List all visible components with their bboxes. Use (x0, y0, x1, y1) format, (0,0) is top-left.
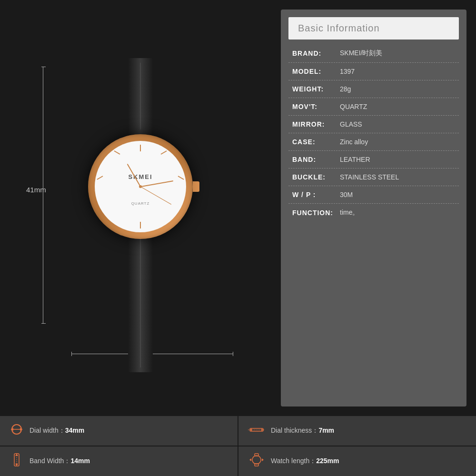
watch-crown (193, 181, 199, 192)
info-title: Basic Information (298, 23, 380, 33)
marker-8 (97, 176, 103, 180)
metric-text-0: Dial width：34mm (30, 426, 84, 435)
watch-strap-top (128, 58, 153, 134)
svg-rect-13 (255, 454, 258, 456)
svg-marker-16 (262, 458, 264, 461)
watch-brand-text: SKMEI (128, 173, 152, 180)
info-row-9: FUNCTION:time。 (288, 204, 459, 222)
info-row-5: CASE:Zinc alloy (288, 133, 459, 151)
info-val-8: 30M (340, 191, 353, 198)
info-row-4: MIRROR:GLASS (288, 116, 459, 133)
metric-icon-3 (248, 453, 265, 469)
info-val-1: 1397 (340, 68, 355, 75)
info-row-0: BRAND:SKMEI/时刻美 (288, 44, 459, 63)
metric-value-2: 14mm (70, 457, 89, 465)
info-key-4: MIRROR: (292, 120, 340, 128)
svg-point-12 (252, 456, 261, 464)
svg-rect-14 (255, 464, 258, 466)
info-val-0: SKMEI/时刻美 (340, 49, 382, 58)
info-row-1: MODEL:1397 (288, 63, 459, 80)
marker-12 (140, 145, 141, 151)
info-row-8: W / P :30M (288, 186, 459, 204)
info-val-3: QUARTZ (340, 103, 367, 110)
metric-label-2: Band Width： (30, 457, 70, 465)
info-val-5: Zinc alloy (340, 138, 368, 146)
metric-cell-0: Dial width：34mm (0, 416, 238, 446)
metric-icon-2 (10, 453, 24, 469)
info-row-2: WEIGHT:28g (288, 80, 459, 98)
height-dimension-line (43, 67, 44, 324)
info-val-2: 28g (340, 85, 351, 93)
marker-2 (161, 150, 167, 155)
info-key-2: WEIGHT: (292, 85, 340, 93)
metric-value-1: 7mm (318, 426, 334, 434)
metric-value-0: 34mm (65, 426, 84, 434)
bottom-section: Dial width：34mmDial thickness：7mm Band W… (0, 416, 476, 476)
svg-marker-15 (249, 458, 251, 461)
watch-dial: SKMEI QUARTZ (95, 141, 186, 232)
metric-label-3: Watch length： (271, 457, 316, 465)
info-title-box: Basic Information (288, 17, 459, 40)
info-val-4: GLASS (340, 120, 362, 128)
metric-label-1: Dial thickness： (271, 426, 318, 434)
info-key-9: FUNCTION: (292, 209, 340, 217)
metric-text-3: Watch length：225mm (271, 457, 339, 466)
info-key-7: BUCKLE: (292, 173, 340, 181)
info-key-8: W / P : (292, 191, 340, 198)
info-key-0: BRAND: (292, 50, 340, 57)
info-val-6: LEATHER (340, 156, 370, 163)
info-row-6: BAND:LEATHER (288, 151, 459, 169)
metric-text-1: Dial thickness：7mm (271, 426, 334, 435)
info-key-6: BAND: (292, 156, 340, 163)
metric-cell-1: Dial thickness：7mm (238, 416, 476, 446)
watch-sub-text: QUARTZ (131, 201, 150, 206)
info-key-3: MOV'T: (292, 103, 340, 110)
marker-4 (178, 176, 184, 180)
info-key-5: CASE: (292, 138, 340, 146)
info-row-3: MOV'T:QUARTZ (288, 98, 459, 116)
hand-minute (140, 180, 173, 187)
metric-value-3: 225mm (316, 457, 339, 465)
marker-6 (140, 222, 141, 228)
watch-wrapper: SKMEI QUARTZ (88, 58, 193, 372)
info-card: Basic Information BRAND:SKMEI/时刻美MODEL:1… (281, 10, 466, 407)
metrics-row-1: Dial width：34mmDial thickness：7mm (0, 416, 476, 446)
info-val-7: STAINLESS STEEL (340, 173, 399, 181)
metric-cell-2: Band Width：14mm (0, 446, 238, 476)
metric-cell-3: Watch length：225mm (238, 446, 476, 476)
info-key-1: MODEL: (292, 68, 340, 75)
info-val-9: time。 (340, 208, 359, 217)
metric-text-2: Band Width：14mm (30, 457, 90, 466)
center-dot (139, 185, 142, 188)
watch-side: 41mm 34mm SKMEI QUARTZ (10, 10, 271, 407)
marker-10 (114, 150, 120, 155)
metric-icon-0 (10, 423, 24, 439)
height-dimension-label: 41mm (26, 186, 46, 194)
metrics-row-2: Band Width：14mmWatch length：225mm (0, 446, 476, 476)
info-row-7: BUCKLE:STAINLESS STEEL (288, 169, 459, 186)
metric-icon-1 (248, 425, 265, 437)
top-section: 41mm 34mm SKMEI QUARTZ (0, 0, 476, 416)
watch-case: SKMEI QUARTZ (88, 134, 193, 239)
main-container: 41mm 34mm SKMEI QUARTZ (0, 0, 476, 476)
info-table: BRAND:SKMEI/时刻美MODEL:1397WEIGHT:28gMOV'T… (288, 44, 459, 399)
watch-strap-bottom (128, 239, 153, 372)
metric-label-0: Dial width： (30, 426, 65, 434)
